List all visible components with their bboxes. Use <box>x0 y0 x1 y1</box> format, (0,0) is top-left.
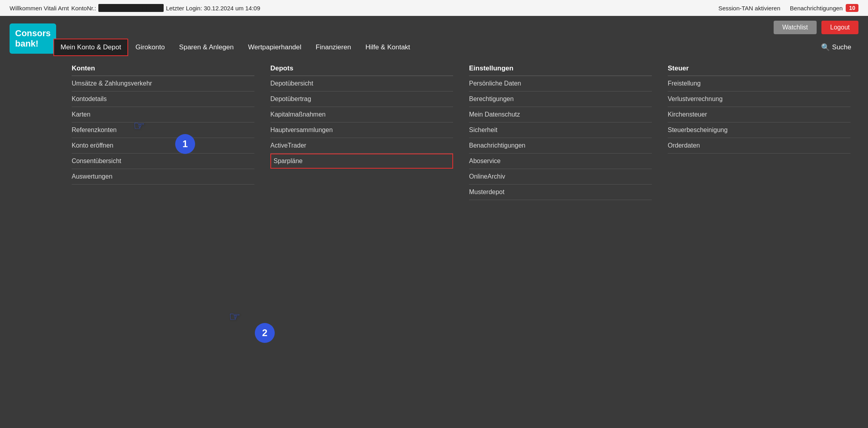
header-area: Consors bank! Watchlist Logout Mein Kont… <box>0 16 868 210</box>
consorsbank-logo[interactable]: Consors bank! <box>10 23 56 54</box>
hand-cursor-2: ☞ <box>229 309 240 324</box>
menu-referenzkonten[interactable]: Referenzkonten <box>72 123 254 138</box>
menu-col-steuer: Steuer Freistellung Verlustverrechnung K… <box>660 64 858 200</box>
menu-freistellung[interactable]: Freistellung <box>668 76 850 91</box>
menu-col-header-einstellungen: Einstellungen <box>469 64 652 76</box>
menu-active-trader[interactable]: ActiveTrader <box>270 138 453 154</box>
hand-cursor-1: ☞ <box>133 118 145 133</box>
annotation-1: 1 <box>175 134 195 154</box>
nav-item-hilfe[interactable]: Hilfe & Kontakt <box>358 39 417 56</box>
menu-col-einstellungen: Einstellungen Persönliche Daten Berechti… <box>461 64 660 200</box>
menu-depotuebersicht[interactable]: Depotübersicht <box>270 76 453 91</box>
watchlist-button[interactable]: Watchlist <box>774 21 817 34</box>
menu-persoenliche-daten[interactable]: Persönliche Daten <box>469 76 652 91</box>
menu-aboservice[interactable]: Aboservice <box>469 154 652 169</box>
nav-item-finanzieren[interactable]: Finanzieren <box>309 39 358 56</box>
menu-depotuebertrag[interactable]: Depotübertrag <box>270 91 453 107</box>
mega-menu-container: Konten Umsätze & Zahlungsverkehr Kontode… <box>0 56 868 210</box>
menu-kapitalmassnahmen[interactable]: Kapitalmaßnahmen <box>270 107 453 123</box>
logo-line2: bank! <box>15 39 39 49</box>
nav-and-actions: Watchlist Logout Mein Konto & Depot Giro… <box>53 21 858 56</box>
menu-hauptversammlungen[interactable]: Hauptversammlungen <box>270 123 453 138</box>
menu-onlinearchiv[interactable]: OnlineArchiv <box>469 169 652 185</box>
menu-sparplane[interactable]: Sparpläne <box>270 154 453 169</box>
mega-menu: Konten Umsätze & Zahlungsverkehr Kontode… <box>0 56 868 210</box>
menu-berechtigungen[interactable]: Berechtigungen <box>469 91 652 107</box>
session-tan-link[interactable]: Session-TAN aktivieren <box>718 5 780 12</box>
konto-label: KontoNr.: <box>71 5 96 12</box>
annotation-2: 2 <box>255 323 275 343</box>
menu-konto-eroeffnen[interactable]: Konto eröffnen <box>72 138 254 154</box>
account-number: ██████████ <box>98 4 163 12</box>
menu-kirchensteuer[interactable]: Kirchensteuer <box>668 107 850 123</box>
menu-sicherheit[interactable]: Sicherheit <box>469 123 652 138</box>
search-label: Suche <box>832 43 851 51</box>
menu-orderdaten[interactable]: Orderdaten <box>668 138 850 154</box>
menu-musterdepot[interactable]: Musterdepot <box>469 185 652 200</box>
search-icon: 🔍 <box>821 43 830 52</box>
main-nav: Mein Konto & Depot Girokonto Sparen & An… <box>53 38 858 56</box>
menu-col-depots: Depots Depotübersicht Depotübertrag Kapi… <box>262 64 461 200</box>
menu-datenschutz[interactable]: Mein Datenschutz <box>469 107 652 123</box>
menu-benachrichtigungen[interactable]: Benachrichtigungen <box>469 138 652 154</box>
menu-col-header-konten: Konten <box>72 64 254 76</box>
menu-verlustverrechnung[interactable]: Verlustverrechnung <box>668 91 850 107</box>
logout-button[interactable]: Logout <box>821 21 858 34</box>
last-login: Letzter Login: 30.12.2024 um 14:09 <box>166 5 260 12</box>
top-bar-left: Willkommen Vitali Arnt KontoNr.: ███████… <box>10 4 260 12</box>
logo-line1: Consors <box>15 28 51 38</box>
nav-item-girokonto[interactable]: Girokonto <box>128 39 172 56</box>
menu-consentuebersicht[interactable]: Consentübersicht <box>72 154 254 169</box>
top-bar: Willkommen Vitali Arnt KontoNr.: ███████… <box>0 0 868 16</box>
header-actions: Watchlist Logout <box>774 21 858 34</box>
menu-col-header-depots: Depots <box>270 64 453 76</box>
notifications-badge: 10 <box>846 4 858 12</box>
logo-wrap: Consors bank! <box>10 23 53 54</box>
notifications-area[interactable]: Benachrichtigungen 10 <box>790 4 858 12</box>
nav-item-sparen[interactable]: Sparen & Anlegen <box>172 39 241 56</box>
search-area[interactable]: 🔍 Suche <box>814 38 858 56</box>
nav-item-mein-konto[interactable]: Mein Konto & Depot <box>53 39 128 56</box>
welcome-text: Willkommen Vitali Arnt <box>10 5 69 12</box>
menu-umsaetze[interactable]: Umsätze & Zahlungsverkehr <box>72 76 254 91</box>
top-bar-right: Session-TAN aktivieren Benachrichtigunge… <box>718 4 858 12</box>
menu-steuerbescheinigung[interactable]: Steuerbescheinigung <box>668 123 850 138</box>
header: Consors bank! Watchlist Logout Mein Kont… <box>0 16 868 56</box>
nav-item-wertpapierhandel[interactable]: Wertpapierhandel <box>241 39 309 56</box>
menu-kontodetails[interactable]: Kontodetails <box>72 91 254 107</box>
menu-col-konten: Konten Umsätze & Zahlungsverkehr Kontode… <box>64 64 262 200</box>
menu-col-header-steuer: Steuer <box>668 64 850 76</box>
notifications-label: Benachrichtigungen <box>790 5 843 12</box>
menu-auswertungen[interactable]: Auswertungen <box>72 169 254 185</box>
menu-karten[interactable]: Karten <box>72 107 254 123</box>
